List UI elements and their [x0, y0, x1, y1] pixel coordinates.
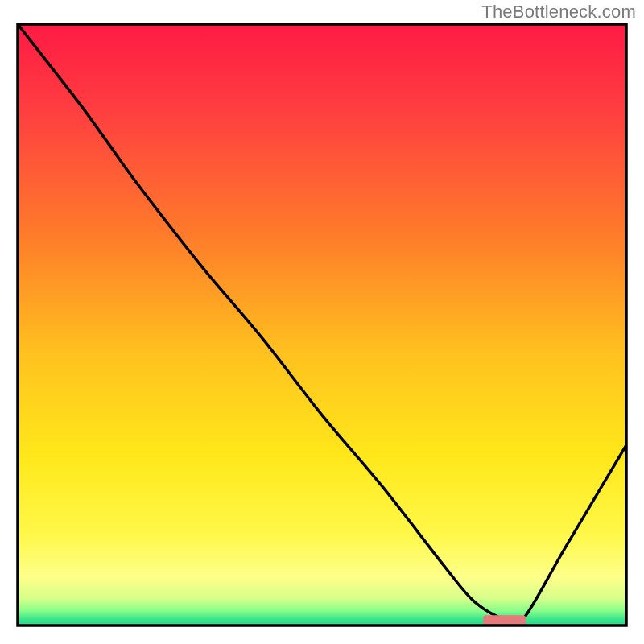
chart-container: { "watermark": "TheBottleneck.com", "cha… [0, 0, 644, 644]
watermark-text: TheBottleneck.com [481, 2, 636, 23]
chart-svg [0, 0, 644, 644]
plot-background [18, 24, 626, 625]
